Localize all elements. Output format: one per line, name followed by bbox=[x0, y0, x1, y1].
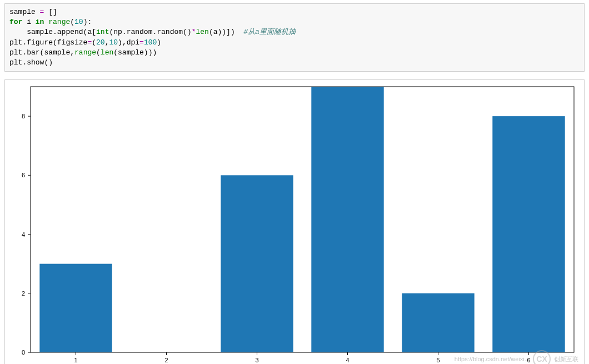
x-tick-label: 3 bbox=[255, 357, 258, 363]
y-tick-label: 6 bbox=[22, 172, 25, 178]
y-tick-label: 0 bbox=[22, 349, 25, 356]
bar bbox=[402, 293, 474, 352]
y-tick-label: 8 bbox=[22, 113, 25, 119]
y-tick-label: 2 bbox=[22, 290, 25, 297]
bar bbox=[492, 116, 565, 352]
code-block: sample = [] for i in range(10): sample.a… bbox=[4, 3, 585, 72]
x-tick-label: 6 bbox=[527, 357, 530, 363]
code-line: plt.figure(figsize=(20,10),dpi=100) bbox=[9, 38, 161, 47]
x-tick-label: 4 bbox=[346, 357, 349, 363]
bar-chart: 02468123456 bbox=[5, 80, 583, 364]
x-tick-label: 5 bbox=[436, 357, 440, 363]
bar bbox=[39, 264, 112, 352]
y-tick-label: 4 bbox=[22, 231, 25, 238]
code-line: sample.append(a[int(np.random.random()*l… bbox=[9, 28, 296, 36]
code-line: sample = [] bbox=[9, 8, 57, 16]
bar bbox=[221, 175, 293, 352]
code-line: for i in range(10): bbox=[9, 18, 92, 26]
x-tick-label: 1 bbox=[74, 357, 77, 363]
code-line: plt.bar(sample,range(len(sample))) bbox=[9, 48, 157, 57]
x-tick-label: 2 bbox=[164, 357, 168, 363]
chart-output: 02468123456 https://blog.csdn.net/weixi.… bbox=[4, 79, 585, 364]
code-line: plt.show() bbox=[9, 58, 53, 67]
bar bbox=[311, 87, 383, 352]
